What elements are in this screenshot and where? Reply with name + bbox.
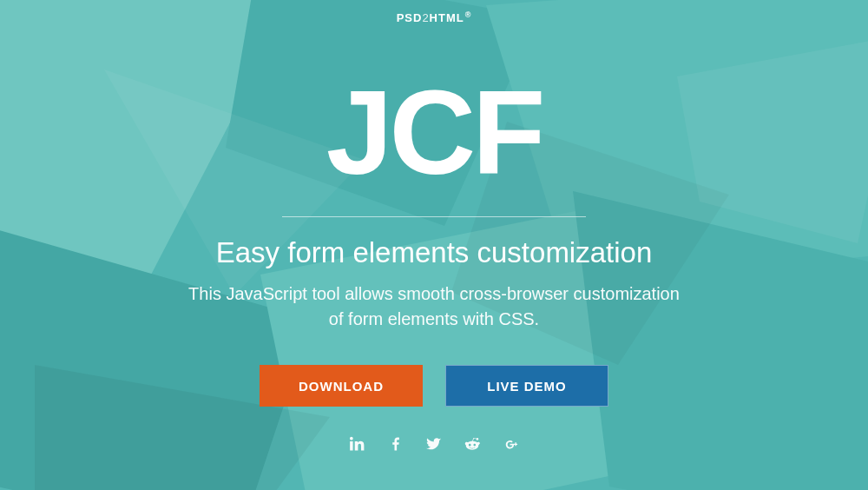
brand-reg: ® [465,10,472,19]
brand-mid: 2 [422,11,429,24]
hero-section: PSD2HTML® JCF Easy form elements customi… [0,0,868,490]
hero-title: JCF [326,72,542,192]
hero-tagline: Easy form elements customization [216,236,653,269]
hero-description: This JavaScript tool allows smooth cross… [182,281,686,332]
social-row [350,436,518,452]
button-row: DOWNLOAD LIVE DEMO [260,365,608,407]
brand-pre: PSD [397,11,423,24]
facebook-icon[interactable] [388,436,404,452]
googleplus-icon[interactable] [503,436,518,452]
linkedin-icon[interactable] [350,436,365,452]
live-demo-button[interactable]: LIVE DEMO [445,365,608,407]
twitter-icon[interactable] [426,436,442,452]
download-button[interactable]: DOWNLOAD [260,365,423,407]
title-divider [282,216,586,217]
brand-logo[interactable]: PSD2HTML® [397,10,472,24]
reddit-icon[interactable] [464,436,480,452]
brand-post: HTML [430,11,464,24]
